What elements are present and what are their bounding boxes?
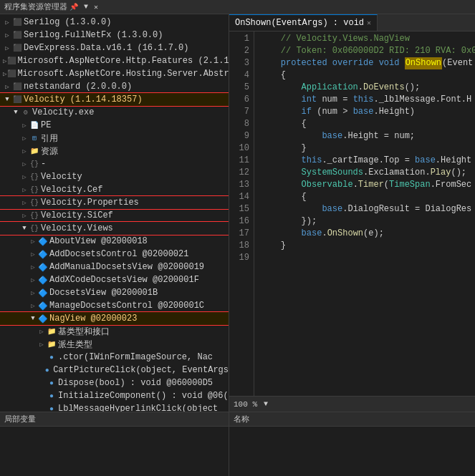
tree-item-adddocsetsctrl[interactable]: ▷ 🔷 AddDocsetsControl @02000021 [0,248,229,261]
title-bar: 程序集资源管理器 📌 ▼ ✕ [0,0,475,14]
expand-docsetsview[interactable]: ▷ [29,289,37,297]
ns-icon: {} [29,186,39,194]
expand-dash[interactable]: ▷ [20,160,29,168]
expand-velocity-properties[interactable]: ▷ [20,199,29,207]
tree-item-basetypes[interactable]: ▷ 📁 基类型和接口 [0,325,229,338]
code-token: ._lblMessage.Font.H [373,94,471,106]
code-scroll[interactable]: 12345 678910 1112131415 16171819 // Velo… [229,31,475,396]
ns-icon: {} [29,225,39,233]
code-token: .DialogResult = DialogRes [342,203,471,215]
tree-item-velocity[interactable]: ▼ ⬛ Velocity (1.1.14.18357) [0,93,229,106]
msaspnet-label: Microsoft.AspNetCore.Http.Features (2.1.… [17,56,229,66]
exe-icon: ⚙ [21,108,31,117]
expand-velocity-sicef[interactable]: ▷ [20,212,29,220]
tree-item-dispose[interactable]: ● Dispose(bool) : void @060000D5 [0,377,229,389]
velocity-views-label: Velocity.Views [41,223,113,233]
close-button[interactable]: ✕ [92,2,100,12]
locals-panel: 局部变量 [0,412,229,476]
tree-item-initcomponent[interactable]: ● InitializeComponent() : void @06( [0,389,229,402]
code-token: (e); [363,228,384,240]
keyword-token: base [322,203,342,215]
expand-adddocsetsctrl[interactable]: ▷ [29,251,37,258]
expand-addmanualdocsetsview[interactable]: ▷ [29,263,37,271]
expand-msaspnet[interactable]: ▷ [3,57,6,65]
refs-label: 引用 [41,132,58,145]
code-token [260,155,302,167]
tree-item-serioLogFull[interactable]: ▷ ⬛ Serilog.FullNetFx (1.3.0.0) [0,29,229,42]
code-content: // Velocity.Views.NagView // Token: 0x06… [254,31,475,396]
tree-item-serilog[interactable]: ▷ ⬛ Serilog (1.3.0.0) [0,16,229,29]
tree-item-velocity-ns[interactable]: ▷ {} Velocity [0,170,229,183]
serioLogFull-label: Serilog.FullNetFx (1.3.0.0) [24,30,163,40]
expand-serilog[interactable]: ▷ [3,19,11,26]
tree-item-velocity-views[interactable]: ▼ {} Velocity.Views [0,222,229,235]
expand-velocity-views[interactable]: ▼ [20,225,29,232]
tree-item-ctor[interactable]: ● .ctor(IWinFormImageSource, Nac [0,351,229,364]
expand-managedocsetsctrl[interactable]: ▷ [29,302,37,310]
basetypes-label: 基类型和接口 [58,326,110,338]
expand-devexpress[interactable]: ▷ [3,44,11,52]
code-line-16: }); [260,215,469,228]
expand-velocity[interactable]: ▼ [3,96,11,103]
tree-item-pe[interactable]: ▷ 📄 PE [0,119,229,132]
expand-resources[interactable]: ▷ [20,147,29,155]
tree-item-netstandard[interactable]: ▷ ⬛ netstandard (2.0.0.0) [0,80,229,93]
tree-item-dash[interactable]: ▷ {} - [0,157,229,170]
dispose-label: Dispose(bool) : void @060000D5 [58,378,213,388]
tree-item-nagview[interactable]: ▼ 🔷 NagView @02000023 [0,312,229,325]
tree-item-resources[interactable]: ▷ 📁 资源 [0,145,229,157]
tree-item-velocity-sicef[interactable]: ▷ {} Velocity.SiCef [0,209,229,222]
tree-item-aboutview[interactable]: ▷ 🔷 AboutView @02000018 [0,235,229,248]
code-editor-panel: OnShown(EventArgs) : void ✕ 12345 678910… [229,14,475,412]
tree-item-docsetsview[interactable]: ▷ 🔷 DocsetsView @0200001B [0,286,229,299]
code-token: . [322,228,327,240]
expand-msaspnethosting[interactable]: ▷ [3,70,6,78]
arrow-button[interactable]: ▼ [82,2,90,12]
zoom-button[interactable]: ▼ [262,399,270,409]
expand-basetypes[interactable]: ▷ [37,328,46,336]
expand-netstandard[interactable]: ▷ [3,83,11,91]
expand-velocity-exe[interactable]: ▼ [11,109,20,116]
tree-item-lblmsghyperlink[interactable]: ● LblMessageHyperlinkClick(object [0,402,229,412]
tree-item-addxcodedocsetsview[interactable]: ▷ 🔷 AddXCodeDocsetsView @0200001F [0,273,229,286]
expand-pe[interactable]: ▷ [20,122,29,130]
netstandard-label: netstandard (2.0.0.0) [24,82,132,92]
expand-refs[interactable]: ▷ [20,135,29,142]
code-token: .Exclamation. [363,167,431,179]
expand-aboutview[interactable]: ▷ [29,238,37,246]
expand-serioLogFull[interactable]: ▷ [3,31,11,39]
keyword-token: if [302,106,312,118]
tree-item-msaspnethosting[interactable]: ▷ ⬛ Microsoft.AspNetCore.Hosting.Server.… [0,67,229,80]
code-line-7: if (num > base .Height) [260,106,469,118]
expand-velocity-cef[interactable]: ▷ [20,186,29,194]
tree-item-cartpictureclick[interactable]: ● CartPictureClick(object, EventArgs [0,364,229,377]
package-icon: ⬛ [12,31,22,39]
tree-item-devexpress[interactable]: ▷ ⬛ DevExpress.Data.v16.1 (16.1.7.0) [0,42,229,54]
comment-token: // Velocity.Views.NagView [260,33,410,45]
tab-onshown[interactable]: OnShown(EventArgs) : void ✕ [229,14,378,31]
tree-item-velocity-exe[interactable]: ▼ ⚙ Velocity.exe [0,106,229,119]
tree-item-refs[interactable]: ▷ ⊞ 引用 [0,132,229,145]
expand-nagview[interactable]: ▼ [29,315,37,322]
code-line-18: } [260,240,469,252]
tree-item-managedocsetsctrl[interactable]: ▷ 🔷 ManageDocsetsControl @0200001C [0,299,229,312]
code-token: (); [451,167,466,179]
managedocsetsctrl-label: ManageDocsetsControl @0200001C [49,301,204,311]
pin-button[interactable]: 📌 [67,2,80,12]
serilog-label: Serilog (1.3.0.0) [24,17,111,27]
expand-addxcodedocsetsview[interactable]: ▷ [29,276,37,284]
keyword-token: this [353,94,374,106]
code-area: 12345 678910 1112131415 16171819 // Velo… [229,31,475,412]
ns-icon: {} [29,173,39,181]
method-icon: ● [42,366,52,374]
tree-item-velocity-cef[interactable]: ▷ {} Velocity.Cef [0,183,229,196]
tree-item-derivedtypes[interactable]: ▷ 📁 派生类型 [0,338,229,351]
tree-area[interactable]: ▷ ⬛ Serilog (1.3.0.0) ▷ ⬛ Serilog.FullNe… [0,14,229,412]
tree-item-addmanualdocsetsview[interactable]: ▷ 🔷 AddManualDocsetsView @02000019 [0,261,229,273]
velocity-ns-label: Velocity [41,172,82,182]
expand-velocity-ns[interactable]: ▷ [20,173,29,181]
expand-derivedtypes[interactable]: ▷ [37,341,46,349]
tree-item-velocity-properties[interactable]: ▷ {} Velocity.Properties [0,196,229,209]
tab-close-button[interactable]: ✕ [367,19,371,27]
tree-item-msaspnet[interactable]: ▷ ⬛ Microsoft.AspNetCore.Http.Features (… [0,54,229,67]
